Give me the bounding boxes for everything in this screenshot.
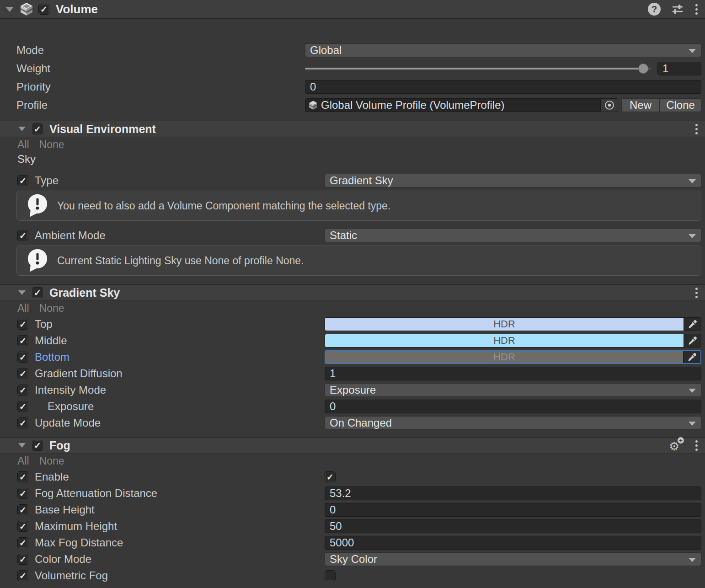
update-mode-override-checkbox[interactable]: [17, 417, 28, 428]
intensity-mode-dropdown[interactable]: Exposure: [325, 383, 701, 397]
foldout-arrow-icon[interactable]: [18, 290, 26, 295]
gradient-sky-header[interactable]: Gradient Sky: [0, 284, 705, 301]
eyedropper-button[interactable]: [684, 334, 701, 347]
fog-enabled-checkbox[interactable]: [32, 440, 43, 451]
hdr-badge: HDR: [493, 318, 515, 330]
top-label: Top: [35, 318, 325, 331]
color-mode-dropdown[interactable]: Sky Color: [325, 552, 701, 566]
color-mode-override-checkbox[interactable]: [17, 554, 28, 565]
visual-environment-enabled-checkbox[interactable]: [32, 123, 43, 134]
eyedropper-icon: [687, 319, 698, 330]
ambient-warning-box: Current Static Lighting Sky use None of …: [16, 246, 701, 276]
gradient-diffusion-value: 1: [330, 367, 336, 380]
bottom-color-field[interactable]: HDR: [325, 350, 701, 364]
weight-slider-handle[interactable]: [638, 64, 648, 74]
foldout-arrow-icon[interactable]: [5, 7, 14, 12]
priority-value: 0: [310, 80, 316, 93]
priority-row: Priority 0: [0, 78, 705, 96]
enable-value-checkbox[interactable]: [325, 471, 336, 482]
max-fog-distance-override-checkbox[interactable]: [17, 537, 28, 548]
foldout-arrow-icon[interactable]: [18, 127, 26, 131]
type-override-checkbox[interactable]: [17, 175, 28, 186]
eyedropper-button[interactable]: [683, 351, 700, 363]
fog-attenuation-field[interactable]: 53.2: [325, 486, 701, 500]
weight-value: 1: [662, 62, 668, 75]
top-color-swatch[interactable]: HDR: [325, 318, 684, 331]
kebab-menu-icon[interactable]: [694, 439, 699, 452]
volume-cube-icon: [19, 2, 34, 16]
foldout-arrow-icon[interactable]: [18, 443, 26, 448]
weight-value-field[interactable]: 1: [657, 62, 701, 75]
fog-attenuation-row: Fog Attenuation Distance 53.2: [0, 485, 705, 502]
fog-header[interactable]: Fog: [0, 437, 705, 454]
bottom-color-swatch[interactable]: HDR: [326, 351, 683, 363]
profile-label: Profile: [16, 99, 305, 112]
base-height-value: 0: [330, 503, 336, 516]
exposure-label: Exposure: [35, 400, 325, 413]
presets-icon[interactable]: [671, 2, 684, 16]
intensity-mode-value: Exposure: [330, 384, 376, 396]
dropdown-arrow-icon: [689, 389, 696, 393]
none-link[interactable]: None: [39, 139, 64, 151]
ambient-mode-override-checkbox[interactable]: [17, 230, 28, 241]
gradient-diffusion-override-checkbox[interactable]: [17, 368, 28, 379]
bottom-color-row: Bottom HDR: [0, 349, 705, 365]
all-link[interactable]: All: [17, 455, 29, 467]
top-override-checkbox[interactable]: [17, 319, 28, 330]
ambient-mode-dropdown[interactable]: Static: [325, 229, 701, 242]
color-mode-value: Sky Color: [330, 553, 377, 566]
middle-color-row: Middle HDR: [0, 332, 705, 349]
intensity-mode-override-checkbox[interactable]: [17, 385, 28, 396]
unity-inspector-volume-component: Volume Mode Global Weight: [0, 0, 705, 588]
volumetric-fog-value-checkbox[interactable]: [325, 570, 336, 581]
eyedropper-button[interactable]: [684, 318, 701, 331]
mode-dropdown[interactable]: Global: [305, 43, 701, 57]
weight-slider[interactable]: [305, 62, 651, 75]
base-height-override-checkbox[interactable]: [17, 504, 28, 515]
volumetric-fog-override-checkbox[interactable]: [17, 570, 28, 581]
profile-new-button[interactable]: New: [621, 98, 660, 112]
kebab-menu-icon[interactable]: [694, 287, 699, 299]
update-mode-dropdown[interactable]: On Changed: [325, 416, 701, 430]
base-height-field[interactable]: 0: [325, 503, 701, 517]
profile-row: Profile Global Volume Profile (VolumePro…: [0, 96, 705, 114]
max-fog-distance-row: Max Fog Distance 5000: [0, 535, 705, 551]
visual-environment-toggle-links: All None: [0, 137, 705, 152]
profile-clone-button[interactable]: Clone: [660, 98, 701, 112]
exposure-override-checkbox[interactable]: [17, 401, 28, 412]
visual-environment-header[interactable]: Visual Environment: [0, 121, 705, 137]
enable-override-checkbox[interactable]: [17, 471, 28, 482]
bottom-label: Bottom: [35, 351, 325, 363]
priority-field[interactable]: 0: [305, 80, 701, 94]
add-override-gear-icon[interactable]: [669, 438, 683, 452]
middle-override-checkbox[interactable]: [17, 335, 28, 346]
maximum-height-override-checkbox[interactable]: [17, 521, 28, 532]
volume-component-header[interactable]: Volume: [0, 0, 705, 19]
maximum-height-field[interactable]: 50: [325, 519, 701, 533]
max-fog-distance-field[interactable]: 5000: [325, 536, 701, 550]
top-color-field[interactable]: HDR: [325, 317, 701, 331]
gradient-diffusion-field[interactable]: 1: [325, 367, 701, 380]
help-icon[interactable]: [648, 3, 661, 16]
object-picker-button[interactable]: [600, 99, 618, 112]
dropdown-arrow-icon: [689, 422, 696, 426]
none-link[interactable]: None: [39, 455, 64, 467]
type-dropdown[interactable]: Gradient Sky: [325, 174, 701, 187]
kebab-menu-icon[interactable]: [694, 123, 699, 135]
profile-object-field[interactable]: Global Volume Profile (VolumeProfile): [305, 98, 618, 112]
middle-color-field[interactable]: HDR: [325, 334, 701, 347]
exposure-field[interactable]: 0: [325, 400, 701, 413]
middle-color-swatch[interactable]: HDR: [325, 334, 684, 347]
all-link[interactable]: All: [17, 302, 29, 315]
all-link[interactable]: All: [17, 139, 29, 151]
gradient-sky-enabled-checkbox[interactable]: [32, 287, 43, 298]
component-enabled-checkbox[interactable]: [38, 4, 49, 15]
kebab-menu-icon[interactable]: [694, 3, 699, 16]
fog-attenuation-override-checkbox[interactable]: [17, 488, 28, 499]
enable-label: Enable: [35, 470, 325, 483]
exposure-row: Exposure 0: [0, 398, 705, 415]
bottom-override-checkbox[interactable]: [17, 352, 28, 363]
color-mode-row: Color Mode Sky Color: [0, 551, 705, 567]
none-link[interactable]: None: [39, 302, 64, 315]
base-height-row: Base Height 0: [0, 502, 705, 518]
